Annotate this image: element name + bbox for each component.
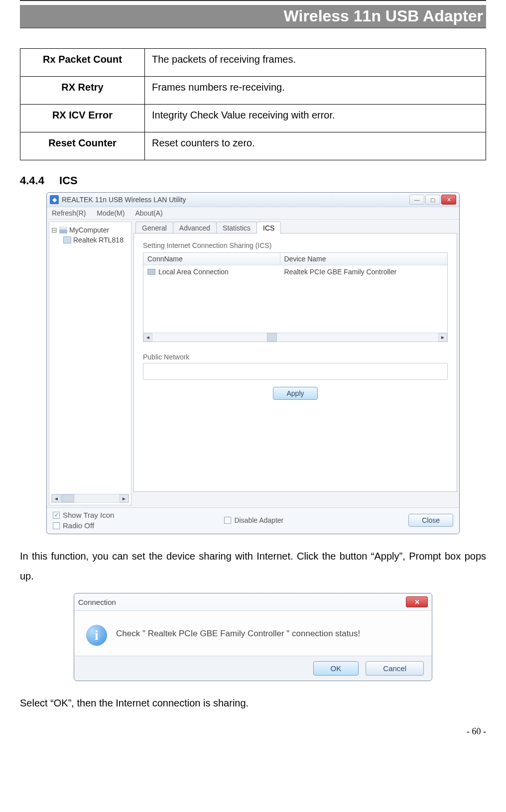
tab-content-ics: Setting Internet Connection Sharing (ICS… bbox=[133, 233, 457, 492]
apply-button[interactable]: Apply bbox=[273, 387, 317, 400]
page-number: - 60 - bbox=[467, 726, 486, 737]
dialog-title: Connection bbox=[78, 598, 116, 606]
tree-scrollbar[interactable]: ◄ ► bbox=[51, 494, 129, 503]
list-scroll-thumb[interactable] bbox=[267, 333, 277, 342]
disable-adapter-checkbox[interactable] bbox=[224, 517, 231, 524]
scroll-left-icon[interactable]: ◄ bbox=[52, 494, 61, 502]
radio-off-checkbox[interactable] bbox=[53, 522, 60, 529]
term-rx-icv-error: RX ICV Error bbox=[20, 105, 145, 132]
scroll-right-icon[interactable]: ► bbox=[120, 494, 128, 502]
paragraph-select-ok: Select “OK”, then the Internet connectio… bbox=[20, 693, 486, 713]
ok-button[interactable]: OK bbox=[313, 661, 359, 676]
list-devicename: Realtek PCIe GBE Family Controller bbox=[280, 267, 448, 277]
tab-statistics[interactable]: Statistics bbox=[216, 222, 257, 233]
definition-table: Rx Packet Count The packets of receiving… bbox=[20, 48, 486, 160]
desc-rx-retry: Frames numbers re-receiving. bbox=[145, 77, 486, 105]
list-connname: Local Area Connection bbox=[158, 268, 229, 276]
menubar: Refresh(R) Mode(M) About(A) bbox=[47, 207, 459, 220]
section-title: ICS bbox=[59, 174, 78, 187]
desc-rx-icv-error: Integrity Check Value receiving with err… bbox=[145, 105, 486, 132]
paragraph-apply: In this function, you can set the device… bbox=[20, 546, 486, 586]
term-rx-retry: RX Retry bbox=[20, 77, 145, 105]
header-connname[interactable]: ConnName bbox=[143, 253, 280, 265]
cancel-button[interactable]: Cancel bbox=[366, 661, 424, 676]
section-number: 4.4.4 bbox=[20, 174, 44, 187]
dialog-titlebar[interactable]: Connection ✕ bbox=[74, 593, 432, 611]
tree-child-label[interactable]: Realtek RTL818 bbox=[73, 236, 124, 244]
public-network-field[interactable] bbox=[143, 363, 448, 380]
ics-group-label: Setting Internet Connection Sharing (ICS… bbox=[143, 241, 448, 249]
list-scrollbar[interactable]: ◄ ► bbox=[143, 333, 447, 342]
network-icon bbox=[147, 269, 155, 275]
adapter-icon bbox=[63, 236, 71, 243]
tree-root-label[interactable]: MyComputer bbox=[69, 226, 109, 234]
window-titlebar[interactable]: ◆ REALTEK 11n USB Wireless LAN Utility —… bbox=[47, 193, 459, 207]
tabs-row: General Advanced Statistics ICS bbox=[133, 222, 457, 233]
list-item[interactable]: Local Area Connection Realtek PCIe GBE F… bbox=[143, 265, 447, 278]
info-icon: i bbox=[86, 625, 107, 646]
menu-about[interactable]: About(A) bbox=[135, 209, 163, 217]
term-reset-counter: Reset Counter bbox=[20, 132, 145, 160]
window-title: REALTEK 11n USB Wireless LAN Utility bbox=[62, 196, 186, 204]
minimize-button[interactable]: — bbox=[409, 195, 424, 205]
header-devicename[interactable]: Device Name bbox=[280, 253, 448, 265]
device-tree-panel: ⊟ MyComputer Realtek RTL818 ◄ ► bbox=[49, 222, 131, 505]
tab-advanced[interactable]: Advanced bbox=[173, 222, 217, 233]
window-close-button[interactable]: ✕ bbox=[441, 195, 456, 205]
app-icon: ◆ bbox=[50, 195, 59, 204]
list-scroll-right-icon[interactable]: ► bbox=[438, 333, 447, 342]
show-tray-checkbox[interactable]: ✓ bbox=[53, 512, 60, 519]
close-button[interactable]: Close bbox=[408, 514, 453, 527]
dialog-message: Check " Realtek PCIe GBE Family Controll… bbox=[116, 625, 360, 639]
public-network-label: Public Network bbox=[143, 353, 448, 361]
tab-general[interactable]: General bbox=[135, 222, 173, 233]
menu-refresh[interactable]: Refresh(R) bbox=[52, 209, 86, 217]
section-heading: 4.4.4 ICS bbox=[20, 174, 486, 187]
desc-rx-packet-count: The packets of receiving frames. bbox=[145, 49, 486, 77]
computer-icon bbox=[59, 227, 67, 233]
utility-window: ◆ REALTEK 11n USB Wireless LAN Utility —… bbox=[46, 192, 460, 534]
connection-list[interactable]: ConnName Device Name Local Area Connecti… bbox=[143, 252, 448, 342]
radio-off-label: Radio Off bbox=[63, 521, 94, 530]
list-scroll-left-icon[interactable]: ◄ bbox=[143, 333, 152, 342]
menu-mode[interactable]: Mode(M) bbox=[97, 209, 125, 217]
scroll-thumb[interactable] bbox=[61, 494, 74, 502]
term-rx-packet-count: Rx Packet Count bbox=[20, 49, 145, 77]
tab-ics[interactable]: ICS bbox=[256, 222, 281, 233]
desc-reset-counter: Reset counters to zero. bbox=[145, 132, 486, 160]
document-header: Wireless 11n USB Adapter bbox=[20, 5, 486, 28]
show-tray-label: Show Tray Icon bbox=[63, 511, 114, 519]
list-header: ConnName Device Name bbox=[143, 253, 447, 265]
maximize-button[interactable]: ▢ bbox=[425, 195, 440, 205]
prompt-dialog: Connection ✕ i Check " Realtek PCIe GBE … bbox=[74, 593, 432, 681]
tree-collapse-icon[interactable]: ⊟ bbox=[51, 226, 57, 234]
disable-adapter-label: Disable Adapter bbox=[234, 516, 283, 524]
dialog-close-button[interactable]: ✕ bbox=[406, 596, 428, 607]
